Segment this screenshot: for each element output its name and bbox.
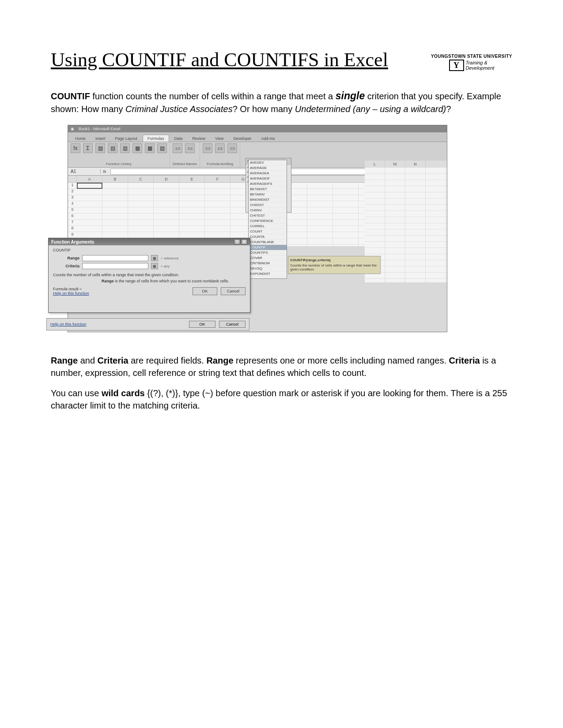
insert-help-link[interactable]: Help on this function <box>50 322 87 326</box>
ribbon-button-icon[interactable]: ▭ <box>227 143 237 153</box>
column-header[interactable]: A <box>77 176 102 182</box>
fn-list-item[interactable]: AVERAGEIF <box>249 176 287 181</box>
ysu-mark-icon: Y <box>449 60 464 71</box>
fn-list-item[interactable]: EXPONDIST <box>249 271 287 277</box>
range-hint: = reference <box>161 256 179 260</box>
ribbon-group: ▭▭▭Formula Auditing <box>200 142 240 167</box>
ribbon-tab[interactable]: Review <box>188 135 210 142</box>
ribbon-button-icon[interactable]: ▨ <box>157 143 167 153</box>
formula-result-label: Formula result = <box>53 287 89 291</box>
insert-ok-button[interactable]: OK <box>189 321 215 328</box>
ribbon-group-label: Defined Names <box>173 162 197 166</box>
insert-function-footer: Help on this function OK Cancel <box>46 318 249 330</box>
row-header[interactable]: 7 <box>68 220 77 226</box>
ok-button[interactable]: OK <box>193 287 217 295</box>
fn-list-item[interactable]: CONFIDENCE <box>249 218 287 224</box>
page-header: Using COUNTIF and COUNTIFS in Excel YOUN… <box>51 49 512 71</box>
fn-list-item[interactable]: CRITBINOM <box>249 261 287 266</box>
column-header[interactable]: D <box>154 176 179 182</box>
range-criteria-paragraph: Range and Criteria are required fields. … <box>51 354 512 379</box>
fn-list-item[interactable]: AVEDEV <box>249 160 287 165</box>
ribbon-tab[interactable]: Data <box>170 135 187 142</box>
row-header[interactable]: 8 <box>68 226 77 232</box>
fn-list-item[interactable]: DEVSQ <box>249 266 287 271</box>
ribbon-tabs: HomeInsertPage LayoutFormulasDataReviewV… <box>68 132 447 142</box>
ribbon-tab[interactable]: Insert <box>91 135 110 142</box>
fn-list-item[interactable]: CHIDIST <box>249 203 287 208</box>
fn-list-item[interactable]: AVERAGEA <box>249 171 287 176</box>
fn-list-item[interactable]: COVAR <box>249 255 287 261</box>
ribbon-group-label: Function Library <box>71 162 167 166</box>
fn-list-item[interactable]: COUNTA <box>249 234 287 240</box>
function-list[interactable]: AVEDEVAVERAGEAVERAGEAAVERAGEIFAVERAGEIFS… <box>248 160 287 279</box>
dialog-close-icon[interactable]: X <box>241 239 247 244</box>
column-header[interactable]: F <box>205 176 230 182</box>
wildcards-paragraph: You can use wild cards {(?), (*)}, type … <box>51 387 512 412</box>
function-arguments-dialog: Function Arguments ? X COUNTIF Range ▦ =… <box>48 238 250 313</box>
ribbon-button-icon[interactable]: Σ <box>83 143 93 153</box>
row-header[interactable]: 2 <box>68 189 77 195</box>
criteria-hint: = any <box>161 264 170 268</box>
dialog-titlebar[interactable]: Function Arguments ? X <box>49 238 250 245</box>
select-all-corner[interactable] <box>68 176 77 182</box>
ribbon-button-icon[interactable]: ▦ <box>132 143 142 153</box>
ribbon-button-icon[interactable]: ▭ <box>185 143 195 153</box>
insert-cancel-button[interactable]: Cancel <box>219 321 246 328</box>
fn-list-item[interactable]: AVERAGE <box>249 165 287 171</box>
ribbon-button-icon[interactable]: ▧ <box>95 143 105 153</box>
help-link[interactable]: Help on this function <box>53 291 89 296</box>
ribbon-tab[interactable]: Page Layout <box>111 135 142 142</box>
ribbon-button-icon[interactable]: ▭ <box>203 143 212 153</box>
fn-list-item[interactable]: AVERAGEIFS <box>249 181 287 187</box>
ribbon-group: fxΣ▧▤▥▦▩▨Function Library <box>68 142 170 167</box>
dialog-help-icon[interactable]: ? <box>234 239 240 244</box>
fn-list-item[interactable]: BETADIST <box>249 187 287 192</box>
fn-list-item[interactable]: COUNTIFS <box>249 250 287 255</box>
ribbon-button-icon[interactable]: ▭ <box>215 143 225 153</box>
fn-list-item[interactable]: CHIINV <box>249 208 287 213</box>
column-header[interactable]: C <box>128 176 154 182</box>
dialog-argument-help: Range is the range of cells from which y… <box>53 279 246 283</box>
ribbon-button-icon[interactable]: ▤ <box>108 143 117 153</box>
fn-list-item[interactable]: COUNT <box>249 229 287 234</box>
row-header[interactable]: 9 <box>68 232 77 238</box>
column-header[interactable]: L <box>365 161 385 168</box>
column-header[interactable]: N <box>405 161 426 168</box>
fn-list-item[interactable]: CHITEST <box>249 213 287 218</box>
ribbon-button-icon[interactable]: ▩ <box>145 143 155 153</box>
ribbon-tab[interactable]: View <box>211 135 228 142</box>
right-column-headers: LMN <box>365 161 447 168</box>
criteria-input[interactable] <box>82 263 148 269</box>
selected-cell[interactable] <box>77 183 102 189</box>
column-header[interactable]: B <box>102 176 128 182</box>
excel-titlebar: ◉ Book1 - Microsoft Excel <box>68 125 447 132</box>
cancel-button[interactable]: Cancel <box>221 287 246 295</box>
row-header[interactable]: 3 <box>68 195 77 201</box>
ribbon-tab[interactable]: Home <box>71 135 90 142</box>
ribbon-button-icon[interactable]: ▭ <box>173 143 182 153</box>
fn-list-item[interactable]: COUNTBLANK <box>249 240 287 245</box>
fn-list-item[interactable]: CORREL <box>249 224 287 229</box>
range-input[interactable] <box>82 255 148 261</box>
ribbon-button-icon[interactable]: ▥ <box>120 143 130 153</box>
row-header[interactable]: 4 <box>68 201 77 207</box>
column-header[interactable]: E <box>179 176 205 182</box>
ribbon-tab[interactable]: Formulas <box>143 135 169 142</box>
office-button-icon[interactable]: ◉ <box>71 127 74 131</box>
fn-list-item[interactable]: BINOMDIST <box>249 197 287 203</box>
intro-paragraph: COUNTIF function counts the number of ce… <box>51 89 512 115</box>
name-box[interactable]: A1 <box>68 169 101 174</box>
fx-icon[interactable]: fx <box>101 169 109 174</box>
fn-list-item[interactable]: BETAINV <box>249 192 287 197</box>
row-header[interactable]: 5 <box>68 207 77 214</box>
column-header[interactable]: M <box>385 161 405 168</box>
criteria-picker-icon[interactable]: ▦ <box>151 263 158 269</box>
ribbon-tab[interactable]: Add-Ins <box>257 135 280 142</box>
fn-list-item[interactable]: COUNTIF <box>249 245 287 250</box>
dialog-function-name: COUNTIF <box>53 248 246 252</box>
ribbon-button-icon[interactable]: fx <box>71 143 80 153</box>
row-header[interactable]: 1 <box>68 183 77 189</box>
row-header[interactable]: 6 <box>68 214 77 220</box>
range-picker-icon[interactable]: ▦ <box>151 255 158 261</box>
ribbon-tab[interactable]: Developer <box>229 135 256 142</box>
